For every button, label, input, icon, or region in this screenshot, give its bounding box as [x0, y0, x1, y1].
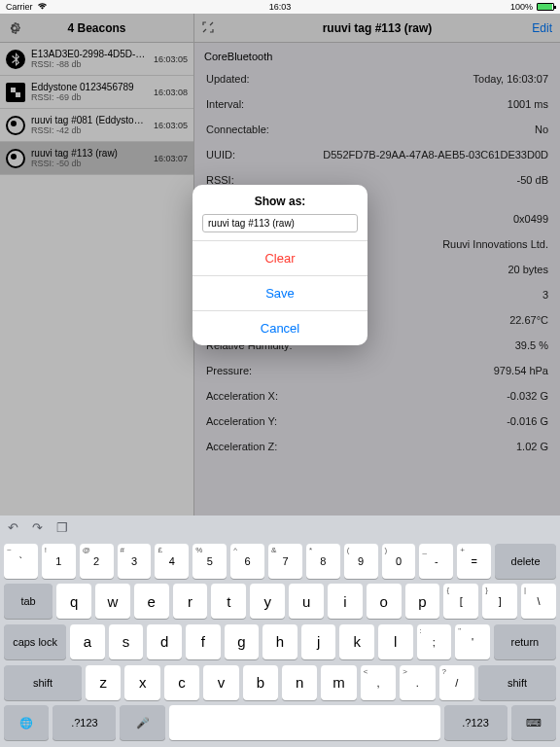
key-/[interactable]: ?/: [439, 665, 474, 700]
key-tab[interactable]: tab: [4, 584, 52, 619]
key-c[interactable]: c: [164, 665, 199, 700]
key-a[interactable]: a: [70, 624, 105, 659]
key-5[interactable]: %5: [192, 544, 227, 579]
key-2[interactable]: @2: [80, 544, 114, 579]
key-m[interactable]: m: [321, 665, 356, 700]
key-globe[interactable]: 🌐: [4, 705, 49, 740]
key-k[interactable]: k: [339, 624, 374, 659]
dialog-title: Show as:: [192, 185, 368, 214]
undo-icon[interactable]: ↶: [8, 520, 18, 535]
key-l[interactable]: l: [378, 624, 413, 659]
save-button[interactable]: Save: [192, 275, 368, 310]
key-t[interactable]: t: [211, 584, 246, 619]
clipboard-icon[interactable]: ❐: [56, 520, 68, 535]
battery-percent: 100%: [510, 2, 533, 12]
key-,[interactable]: <,: [361, 665, 396, 700]
key-h[interactable]: h: [262, 624, 298, 659]
key-space[interactable]: [169, 705, 440, 740]
key-r[interactable]: r: [173, 584, 208, 619]
key-numeric-right[interactable]: .?123: [444, 705, 508, 740]
key-dictation[interactable]: 🎤: [120, 705, 164, 740]
key-p[interactable]: p: [405, 584, 440, 619]
key-d[interactable]: d: [147, 624, 182, 659]
key-q[interactable]: q: [56, 584, 91, 619]
key-u[interactable]: u: [289, 584, 324, 619]
key-8[interactable]: *8: [306, 544, 340, 579]
key-s[interactable]: s: [109, 624, 144, 659]
key-][interactable]: }]: [482, 584, 517, 619]
key-delete[interactable]: delete: [495, 544, 556, 579]
key-shift-left[interactable]: shift: [4, 665, 82, 700]
key-4[interactable]: £4: [155, 544, 189, 579]
key-f[interactable]: f: [186, 624, 221, 659]
keyboard-toolbar: ↶ ↷ ❐: [0, 516, 560, 539]
key-.[interactable]: >.: [400, 665, 435, 700]
key-n[interactable]: n: [282, 665, 317, 700]
key--[interactable]: _-: [419, 544, 453, 579]
status-time: 16:03: [269, 2, 292, 12]
key-hide-keyboard[interactable]: ⌨: [511, 705, 556, 740]
key-v[interactable]: v: [203, 665, 238, 700]
keyboard: ↶ ↷ ❐ ~`!1@2#3£4%5^6&7*8(9)0_-+=delete t…: [0, 516, 560, 747]
key-7[interactable]: &7: [268, 544, 302, 579]
key-'[interactable]: "': [455, 624, 490, 659]
clear-button[interactable]: Clear: [192, 240, 368, 275]
key-3[interactable]: #3: [118, 544, 152, 579]
key-0[interactable]: )0: [382, 544, 416, 579]
key-y[interactable]: y: [250, 584, 285, 619]
key-`[interactable]: ~`: [4, 544, 38, 579]
key-x[interactable]: x: [124, 665, 159, 700]
key-=[interactable]: +=: [457, 544, 491, 579]
key-return[interactable]: return: [494, 624, 556, 659]
key-9[interactable]: (9: [344, 544, 378, 579]
key-z[interactable]: z: [86, 665, 121, 700]
key-b[interactable]: b: [243, 665, 278, 700]
key-i[interactable]: i: [328, 584, 363, 619]
cancel-button[interactable]: Cancel: [192, 310, 368, 345]
modal-overlay: Show as: Clear Save Cancel: [0, 14, 560, 516]
key-numeric-left[interactable]: .?123: [52, 705, 116, 740]
carrier-label: Carrier: [6, 2, 33, 12]
key-[[interactable]: {[: [443, 584, 478, 619]
key-w[interactable]: w: [95, 584, 130, 619]
show-as-dialog: Show as: Clear Save Cancel: [192, 185, 368, 345]
key-capslock[interactable]: caps lock: [4, 624, 66, 659]
key-g[interactable]: g: [225, 624, 260, 659]
key-;[interactable]: :;: [417, 624, 452, 659]
key-shift-right[interactable]: shift: [478, 665, 556, 700]
battery-icon: [537, 3, 554, 11]
show-as-input[interactable]: [202, 214, 358, 232]
redo-icon[interactable]: ↷: [32, 520, 43, 535]
key-1[interactable]: !1: [42, 544, 76, 579]
key-e[interactable]: e: [134, 584, 169, 619]
key-o[interactable]: o: [367, 584, 402, 619]
key-6[interactable]: ^6: [230, 544, 264, 579]
wifi-icon: [37, 2, 48, 12]
status-bar: Carrier 16:03 100%: [0, 0, 560, 14]
key-\[interactable]: |\: [521, 584, 556, 619]
key-j[interactable]: j: [301, 624, 336, 659]
